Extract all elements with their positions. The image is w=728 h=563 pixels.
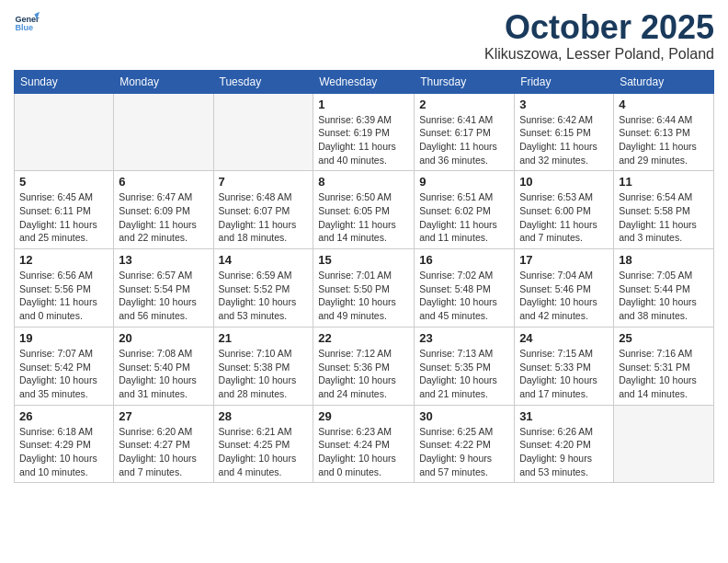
day-info: Sunrise: 6:59 AM Sunset: 5:52 PM Dayligh… bbox=[219, 269, 309, 323]
day-info: Sunrise: 7:10 AM Sunset: 5:38 PM Dayligh… bbox=[219, 347, 309, 401]
calendar-week-row: 12Sunrise: 6:56 AM Sunset: 5:56 PM Dayli… bbox=[15, 249, 714, 327]
day-info: Sunrise: 7:12 AM Sunset: 5:36 PM Dayligh… bbox=[318, 347, 409, 401]
table-row bbox=[213, 93, 313, 171]
table-row: 6Sunrise: 6:47 AM Sunset: 6:09 PM Daylig… bbox=[114, 171, 213, 249]
table-row: 14Sunrise: 6:59 AM Sunset: 5:52 PM Dayli… bbox=[213, 249, 313, 327]
table-row bbox=[114, 93, 213, 171]
table-row: 2Sunrise: 6:41 AM Sunset: 6:17 PM Daylig… bbox=[415, 93, 515, 171]
table-row: 21Sunrise: 7:10 AM Sunset: 5:38 PM Dayli… bbox=[213, 327, 313, 405]
day-number: 4 bbox=[619, 98, 709, 111]
table-row: 8Sunrise: 6:50 AM Sunset: 6:05 PM Daylig… bbox=[313, 171, 415, 249]
day-info: Sunrise: 6:51 AM Sunset: 6:02 PM Dayligh… bbox=[419, 190, 509, 245]
day-number: 26 bbox=[19, 409, 108, 423]
table-row: 28Sunrise: 6:21 AM Sunset: 4:25 PM Dayli… bbox=[213, 405, 313, 483]
day-info: Sunrise: 7:04 AM Sunset: 5:46 PM Dayligh… bbox=[519, 269, 609, 323]
svg-text:Blue: Blue bbox=[15, 23, 33, 32]
day-info: Sunrise: 6:39 AM Sunset: 6:19 PM Dayligh… bbox=[318, 113, 409, 167]
logo-icon: General Blue bbox=[14, 9, 40, 35]
day-info: Sunrise: 6:44 AM Sunset: 6:13 PM Dayligh… bbox=[619, 113, 709, 167]
day-number: 25 bbox=[619, 331, 709, 345]
table-row: 16Sunrise: 7:02 AM Sunset: 5:48 PM Dayli… bbox=[415, 249, 515, 327]
day-info: Sunrise: 7:08 AM Sunset: 5:40 PM Dayligh… bbox=[119, 347, 208, 401]
day-number: 20 bbox=[119, 331, 208, 345]
day-number: 10 bbox=[519, 175, 609, 189]
header-saturday: Saturday bbox=[614, 70, 714, 93]
calendar-week-row: 1Sunrise: 6:39 AM Sunset: 6:19 PM Daylig… bbox=[15, 93, 714, 171]
day-number: 21 bbox=[219, 331, 309, 345]
day-number: 1 bbox=[318, 98, 409, 111]
day-number: 16 bbox=[419, 253, 509, 267]
day-number: 3 bbox=[519, 98, 609, 111]
header-tuesday: Tuesday bbox=[213, 70, 313, 93]
header-thursday: Thursday bbox=[415, 70, 515, 93]
day-info: Sunrise: 6:45 AM Sunset: 6:11 PM Dayligh… bbox=[19, 190, 108, 245]
day-number: 9 bbox=[419, 175, 509, 189]
day-info: Sunrise: 6:41 AM Sunset: 6:17 PM Dayligh… bbox=[419, 113, 509, 167]
table-row: 26Sunrise: 6:18 AM Sunset: 4:29 PM Dayli… bbox=[15, 405, 114, 483]
header-monday: Monday bbox=[114, 70, 213, 93]
table-row: 19Sunrise: 7:07 AM Sunset: 5:42 PM Dayli… bbox=[15, 327, 114, 405]
table-row: 7Sunrise: 6:48 AM Sunset: 6:07 PM Daylig… bbox=[213, 171, 313, 249]
calendar-header-row: Sunday Monday Tuesday Wednesday Thursday… bbox=[15, 70, 714, 93]
day-info: Sunrise: 6:48 AM Sunset: 6:07 PM Dayligh… bbox=[219, 190, 309, 245]
page-container: General Blue October 2025 Klikuszowa, Le… bbox=[0, 0, 728, 492]
table-row: 1Sunrise: 6:39 AM Sunset: 6:19 PM Daylig… bbox=[313, 93, 415, 171]
day-info: Sunrise: 6:54 AM Sunset: 5:58 PM Dayligh… bbox=[619, 190, 709, 245]
table-row: 9Sunrise: 6:51 AM Sunset: 6:02 PM Daylig… bbox=[415, 171, 515, 249]
location: Klikuszowa, Lesser Poland, Poland bbox=[484, 46, 714, 63]
day-info: Sunrise: 6:20 AM Sunset: 4:27 PM Dayligh… bbox=[119, 425, 208, 479]
day-number: 28 bbox=[219, 409, 309, 423]
table-row: 27Sunrise: 6:20 AM Sunset: 4:27 PM Dayli… bbox=[114, 405, 213, 483]
table-row: 13Sunrise: 6:57 AM Sunset: 5:54 PM Dayli… bbox=[114, 249, 213, 327]
day-number: 29 bbox=[318, 409, 409, 423]
day-number: 18 bbox=[619, 253, 709, 267]
table-row: 22Sunrise: 7:12 AM Sunset: 5:36 PM Dayli… bbox=[313, 327, 415, 405]
calendar-week-row: 26Sunrise: 6:18 AM Sunset: 4:29 PM Dayli… bbox=[15, 405, 714, 483]
table-row: 10Sunrise: 6:53 AM Sunset: 6:00 PM Dayli… bbox=[515, 171, 614, 249]
table-row: 5Sunrise: 6:45 AM Sunset: 6:11 PM Daylig… bbox=[15, 171, 114, 249]
table-row: 23Sunrise: 7:13 AM Sunset: 5:35 PM Dayli… bbox=[415, 327, 515, 405]
table-row: 25Sunrise: 7:16 AM Sunset: 5:31 PM Dayli… bbox=[614, 327, 714, 405]
day-number: 7 bbox=[219, 175, 309, 189]
table-row: 20Sunrise: 7:08 AM Sunset: 5:40 PM Dayli… bbox=[114, 327, 213, 405]
table-row: 31Sunrise: 6:26 AM Sunset: 4:20 PM Dayli… bbox=[515, 405, 614, 483]
day-info: Sunrise: 6:21 AM Sunset: 4:25 PM Dayligh… bbox=[219, 425, 309, 479]
day-info: Sunrise: 7:07 AM Sunset: 5:42 PM Dayligh… bbox=[19, 347, 108, 401]
day-info: Sunrise: 7:16 AM Sunset: 5:31 PM Dayligh… bbox=[619, 347, 709, 401]
table-row: 3Sunrise: 6:42 AM Sunset: 6:15 PM Daylig… bbox=[515, 93, 614, 171]
month-title: October 2025 bbox=[484, 9, 714, 46]
day-number: 5 bbox=[19, 175, 108, 189]
day-info: Sunrise: 7:05 AM Sunset: 5:44 PM Dayligh… bbox=[619, 269, 709, 323]
table-row: 15Sunrise: 7:01 AM Sunset: 5:50 PM Dayli… bbox=[313, 249, 415, 327]
calendar-table: Sunday Monday Tuesday Wednesday Thursday… bbox=[14, 70, 714, 484]
day-number: 6 bbox=[119, 175, 208, 189]
day-number: 24 bbox=[519, 331, 609, 345]
title-block: October 2025 Klikuszowa, Lesser Poland, … bbox=[484, 9, 714, 63]
header-wednesday: Wednesday bbox=[313, 70, 415, 93]
day-number: 22 bbox=[318, 331, 409, 345]
table-row: 24Sunrise: 7:15 AM Sunset: 5:33 PM Dayli… bbox=[515, 327, 614, 405]
day-info: Sunrise: 6:26 AM Sunset: 4:20 PM Dayligh… bbox=[519, 425, 609, 479]
day-info: Sunrise: 6:50 AM Sunset: 6:05 PM Dayligh… bbox=[318, 190, 409, 245]
day-info: Sunrise: 6:25 AM Sunset: 4:22 PM Dayligh… bbox=[419, 425, 509, 479]
table-row: 12Sunrise: 6:56 AM Sunset: 5:56 PM Dayli… bbox=[15, 249, 114, 327]
calendar-week-row: 5Sunrise: 6:45 AM Sunset: 6:11 PM Daylig… bbox=[15, 171, 714, 249]
day-number: 2 bbox=[419, 98, 509, 111]
day-number: 8 bbox=[318, 175, 409, 189]
day-number: 31 bbox=[519, 409, 609, 423]
day-info: Sunrise: 6:47 AM Sunset: 6:09 PM Dayligh… bbox=[119, 190, 208, 245]
day-number: 15 bbox=[318, 253, 409, 267]
day-info: Sunrise: 6:57 AM Sunset: 5:54 PM Dayligh… bbox=[119, 269, 208, 323]
day-number: 23 bbox=[419, 331, 509, 345]
day-number: 17 bbox=[519, 253, 609, 267]
table-row: 4Sunrise: 6:44 AM Sunset: 6:13 PM Daylig… bbox=[614, 93, 714, 171]
table-row bbox=[15, 93, 114, 171]
day-info: Sunrise: 6:53 AM Sunset: 6:00 PM Dayligh… bbox=[519, 190, 609, 245]
day-info: Sunrise: 6:18 AM Sunset: 4:29 PM Dayligh… bbox=[19, 425, 108, 479]
day-info: Sunrise: 6:23 AM Sunset: 4:24 PM Dayligh… bbox=[318, 425, 409, 479]
day-info: Sunrise: 7:13 AM Sunset: 5:35 PM Dayligh… bbox=[419, 347, 509, 401]
day-number: 30 bbox=[419, 409, 509, 423]
day-info: Sunrise: 6:56 AM Sunset: 5:56 PM Dayligh… bbox=[19, 269, 108, 323]
table-row bbox=[614, 405, 714, 483]
calendar-week-row: 19Sunrise: 7:07 AM Sunset: 5:42 PM Dayli… bbox=[15, 327, 714, 405]
